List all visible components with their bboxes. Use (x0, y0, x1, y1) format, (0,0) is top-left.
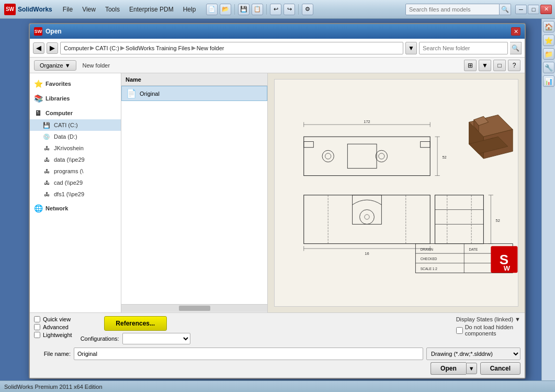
scrollbar-thumb[interactable] (179, 306, 210, 311)
close-button[interactable]: ✕ (540, 5, 552, 14)
maximize-button[interactable]: □ (528, 5, 539, 14)
file-name-row: File name: Drawing (*.drw;*.slddrw) Soli… (34, 348, 520, 360)
toolbar-new-btn[interactable]: 📄 (206, 4, 218, 15)
quick-view-row: Quick view (34, 316, 72, 322)
dialog-bottom: Quick view Advanced Lightweight Referenc… (30, 312, 525, 378)
do-not-load-hidden-checkbox[interactable] (456, 327, 463, 334)
svg-point-25 (360, 210, 375, 225)
nav-label-dfs1: dfs1 (\\pe29 (54, 191, 84, 197)
toolbar-redo-btn[interactable]: ↪ (284, 4, 295, 15)
libraries-label: Libraries (46, 95, 70, 102)
advanced-checkbox[interactable] (34, 324, 40, 330)
checkboxes-group: Quick view Advanced Lightweight (34, 316, 72, 338)
details-view-button[interactable]: □ (493, 60, 506, 71)
svg-rect-7 (348, 144, 377, 169)
file-item-original[interactable]: 📄 Original (121, 86, 267, 101)
nav-item-data-net[interactable]: 🖧 data (\\pe29 (30, 154, 121, 165)
toolbar-open-btn[interactable]: 📂 (220, 4, 231, 15)
open-dialog: SW Open ✕ ◀ ▶ Computer ▶ CATI (C:) ▶ Sol… (29, 23, 526, 379)
cancel-button[interactable]: Cancel (480, 362, 520, 375)
advanced-label: Advanced (43, 324, 69, 330)
address-dropdown-button[interactable]: ▼ (405, 42, 417, 54)
status-bar: SolidWorks Premium 2011 x64 Edition (0, 380, 555, 392)
file-list-panel: Name 📄 Original (121, 73, 268, 312)
preview-panel: 172 52 (268, 73, 525, 312)
navigation-panel: ⭐ Favorites 📚 Libraries 🖥 Computer 💾 (30, 73, 121, 312)
network-header[interactable]: 🌐 Network (30, 202, 121, 215)
svg-rect-6 (421, 142, 431, 148)
help-button[interactable]: ? (508, 60, 520, 71)
search-button[interactable]: 🔍 (500, 4, 511, 15)
svg-point-1 (322, 151, 334, 162)
menu-tools[interactable]: Tools (101, 4, 124, 15)
menu-enterprise-pdm[interactable]: Enterprise PDM (125, 4, 178, 15)
drive-icon-cati: 💾 (42, 121, 51, 129)
nav-item-programs[interactable]: 🖧 programs (\ (30, 165, 121, 177)
horizontal-scrollbar[interactable] (121, 305, 267, 312)
open-button[interactable]: Open (431, 362, 466, 375)
side-icon-3[interactable]: 📁 (543, 48, 554, 60)
name-column-header: Name (126, 76, 141, 83)
side-icon-4[interactable]: 🔧 (543, 62, 554, 73)
lightweight-checkbox[interactable] (34, 332, 40, 338)
advanced-row: Advanced (34, 324, 72, 330)
folder-search-input[interactable] (419, 42, 508, 54)
organize-button[interactable]: Organize ▼ (34, 60, 76, 71)
references-area: References... Configurations: (81, 316, 190, 344)
nav-item-dfs1[interactable]: 🖧 dfs1 (\\pe29 (30, 188, 121, 200)
side-icon-5[interactable]: 📊 (543, 75, 554, 87)
new-folder-button[interactable]: New folder (78, 61, 115, 70)
dialog-close-button[interactable]: ✕ (511, 27, 520, 36)
do-not-load-label: Do not load hidden components (465, 324, 513, 337)
forward-button[interactable]: ▶ (47, 42, 58, 54)
favorites-header[interactable]: ⭐ Favorites (30, 77, 121, 90)
libraries-section: 📚 Libraries (30, 92, 121, 105)
network-section: 🌐 Network (30, 202, 121, 215)
status-text: SolidWorks Premium 2011 x64 Edition (4, 384, 103, 390)
open-dropdown-button[interactable]: ▼ (466, 363, 477, 374)
search-input[interactable] (405, 4, 500, 15)
address-path[interactable]: Computer ▶ CATI (C:) ▶ SolidWorks Traini… (60, 42, 403, 54)
menu-file[interactable]: File (59, 4, 77, 15)
libraries-header[interactable]: 📚 Libraries (30, 92, 121, 105)
menu-view[interactable]: View (78, 4, 100, 15)
back-button[interactable]: ◀ (33, 42, 44, 54)
side-icon-2[interactable]: ⭐ (543, 35, 554, 46)
nav-label-programs: programs (\ (54, 168, 83, 174)
file-name-label: File name: (34, 351, 71, 357)
svg-text:DATE: DATE (469, 248, 479, 251)
file-icon-original: 📄 (126, 88, 137, 98)
toolbar-saveas-btn[interactable]: 📋 (252, 4, 263, 15)
computer-section: 🖥 Computer 💾 CATI (C:) 💿 Data (D:) 🖧 JKr… (30, 107, 121, 200)
toolbar-undo-btn[interactable]: ↩ (270, 4, 281, 15)
favorites-section: ⭐ Favorites (30, 77, 121, 90)
view-options-button[interactable]: ⊞ (464, 60, 477, 71)
file-type-select[interactable]: Drawing (*.drw;*.slddrw) SolidWorks File… (426, 348, 520, 360)
nav-label-cati: CATI (C:) (54, 122, 78, 128)
file-name-input[interactable] (74, 348, 423, 360)
folder-search-button[interactable]: 🔍 (510, 42, 522, 54)
do-not-load-hidden-row: Do not load hidden components (456, 324, 513, 337)
toolbar-options-btn[interactable]: ⚙ (302, 4, 313, 15)
view-dropdown-button[interactable]: ▼ (479, 60, 491, 71)
quick-view-checkbox[interactable] (34, 316, 40, 322)
dialog-title: Open (46, 28, 510, 35)
nav-item-jkrivoshein[interactable]: 🖧 JKrivoshein (30, 142, 121, 154)
nav-item-data[interactable]: 💿 Data (D:) (30, 131, 121, 142)
nav-item-cati[interactable]: 💾 CATI (C:) (30, 119, 121, 131)
dialog-address-bar: ◀ ▶ Computer ▶ CATI (C:) ▶ SolidWorks Tr… (30, 39, 525, 58)
display-states-label[interactable]: Display States (linked) ▼ (456, 316, 520, 322)
menu-help[interactable]: Help (179, 4, 200, 15)
computer-header[interactable]: 🖥 Computer (30, 107, 121, 119)
nav-item-cad[interactable]: 🖧 cad (\\pe29 (30, 177, 121, 188)
open-button-group: Open ▼ (431, 362, 477, 375)
toolbar-save-btn[interactable]: 💾 (238, 4, 250, 15)
nav-label-data: Data (D:) (54, 133, 77, 140)
references-button[interactable]: References... (104, 316, 167, 331)
side-icon-1[interactable]: 🏠 (543, 21, 554, 32)
minimize-button[interactable]: ─ (515, 5, 527, 14)
svg-rect-33 (435, 195, 484, 244)
configurations-select[interactable] (122, 333, 190, 344)
addr-drive: CATI (C:) (95, 45, 119, 51)
file-buttons-row: Open ▼ Cancel (34, 362, 520, 375)
